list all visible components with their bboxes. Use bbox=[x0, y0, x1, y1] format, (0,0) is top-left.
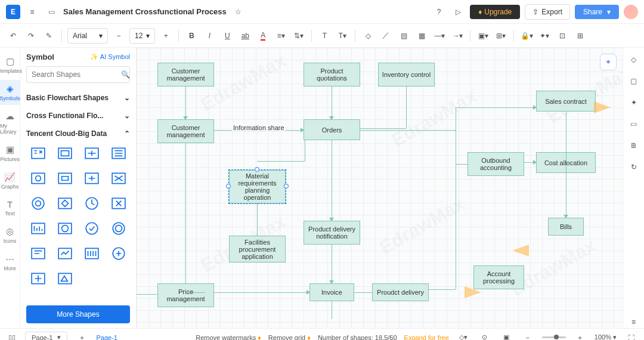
font-select[interactable]: Arial▾ bbox=[67, 28, 108, 44]
node-price-mgmt[interactable]: Price management bbox=[157, 283, 214, 307]
underline-icon[interactable]: U bbox=[220, 29, 234, 43]
zoom-slider[interactable] bbox=[542, 336, 566, 338]
help-icon[interactable]: ? bbox=[432, 5, 446, 19]
shape-item[interactable] bbox=[27, 143, 49, 164]
clip-icon[interactable]: ⊡ bbox=[555, 29, 569, 43]
page-tab[interactable]: Page-1 bbox=[96, 334, 117, 341]
sel-handle[interactable] bbox=[255, 167, 259, 172]
zoom-value[interactable]: 100% ▾ bbox=[595, 333, 617, 340]
node-sales-contract[interactable]: Sales contract bbox=[536, 91, 596, 112]
shape-item[interactable] bbox=[81, 243, 103, 264]
zoom-in-icon[interactable]: + bbox=[573, 330, 587, 341]
shape-item[interactable] bbox=[27, 193, 49, 214]
shape-item[interactable] bbox=[27, 218, 49, 239]
node-product-delivery[interactable]: Proudct delivery bbox=[372, 283, 429, 301]
node-mrp[interactable]: Material requirements planning operation bbox=[229, 170, 286, 203]
shape-item[interactable] bbox=[54, 193, 76, 214]
theme-icon[interactable]: ◇ bbox=[628, 54, 640, 66]
shape-item[interactable] bbox=[54, 268, 76, 289]
pictures-tab[interactable]: ▣Pictures bbox=[0, 141, 20, 166]
size-dec[interactable]: − bbox=[112, 29, 126, 43]
text-tool-icon[interactable]: T bbox=[317, 29, 332, 43]
more-shapes-button[interactable]: More Shapes bbox=[26, 305, 130, 323]
node-customer-mgmt-2[interactable]: Customer management bbox=[157, 119, 214, 143]
export-button[interactable]: ⇪ Export bbox=[525, 4, 570, 20]
search-shapes[interactable]: 🔍 bbox=[26, 66, 130, 83]
shape-item[interactable] bbox=[108, 168, 129, 189]
fill-icon[interactable]: ◇ bbox=[361, 29, 375, 43]
size-inc[interactable]: + bbox=[159, 29, 173, 43]
view-mode-icon[interactable]: ◇▾ bbox=[456, 330, 470, 341]
focus-icon[interactable]: ⊙ bbox=[478, 330, 492, 341]
ruler-icon[interactable]: ▭ bbox=[628, 118, 640, 130]
avatar[interactable] bbox=[624, 5, 638, 19]
group-icon[interactable]: ⊞▾ bbox=[494, 29, 508, 43]
shape-item[interactable] bbox=[27, 268, 49, 289]
page-select[interactable]: Page-1▾ bbox=[25, 332, 67, 340]
align-center-icon[interactable]: ▦ bbox=[414, 29, 429, 43]
shape-item[interactable] bbox=[54, 168, 76, 189]
cat-basic[interactable]: Basic Flowchart Shapes⌄ bbox=[26, 89, 130, 107]
shape-item[interactable] bbox=[108, 243, 129, 264]
save-icon[interactable]: ▭ bbox=[44, 5, 58, 19]
remove-watermarks[interactable]: Remove watermarks ♦ bbox=[196, 334, 261, 341]
node-bills[interactable]: Bills bbox=[548, 218, 584, 236]
node-inventory[interactable]: Inventory control bbox=[378, 63, 435, 86]
text-opts-icon[interactable]: T▾ bbox=[335, 29, 349, 43]
node-invoice[interactable]: Invoice bbox=[309, 283, 354, 301]
add-page-button[interactable]: + bbox=[75, 330, 89, 341]
crop-icon[interactable]: ⊞ bbox=[573, 29, 587, 43]
fit-icon[interactable]: ▣ bbox=[499, 330, 513, 341]
search-input[interactable] bbox=[32, 70, 121, 79]
node-delivery-notif[interactable]: Product delivery notification bbox=[304, 221, 360, 245]
shape-item[interactable] bbox=[27, 168, 49, 189]
app-logo[interactable]: E bbox=[6, 5, 20, 19]
shape-item[interactable] bbox=[27, 243, 49, 264]
zoom-out-icon[interactable]: − bbox=[521, 330, 535, 341]
redo-icon[interactable]: ↷ bbox=[24, 29, 38, 43]
mylibrary-tab[interactable]: ☁My Library bbox=[0, 107, 20, 138]
templates-tab[interactable]: ▢Templates bbox=[0, 52, 20, 78]
menu-icon[interactable]: ≡ bbox=[25, 5, 39, 19]
shape-item[interactable] bbox=[54, 218, 76, 239]
bold-icon[interactable]: B bbox=[184, 29, 199, 43]
align-left-icon[interactable]: ▤ bbox=[397, 29, 411, 43]
shape-item[interactable] bbox=[81, 143, 103, 164]
sel-handle[interactable] bbox=[284, 184, 289, 188]
node-outbound[interactable]: Outbound accounting bbox=[467, 152, 524, 176]
align-icon[interactable]: ≡▾ bbox=[274, 29, 288, 43]
canvas[interactable]: EdrawMax EdrawMax EdrawMax EdrawMax Edra… bbox=[137, 48, 623, 328]
brush-icon[interactable]: ✎ bbox=[42, 29, 56, 43]
italic-icon[interactable]: I bbox=[202, 29, 216, 43]
node-account-proc[interactable]: Account processing bbox=[473, 265, 524, 289]
remove-grid[interactable]: Remove grid ♦ bbox=[268, 334, 311, 341]
layer-icon[interactable]: ▣▾ bbox=[476, 29, 490, 43]
pages-icon[interactable]: ▯▯ bbox=[6, 332, 18, 341]
sel-handle[interactable] bbox=[226, 184, 231, 188]
strike-icon[interactable]: ab bbox=[238, 29, 252, 43]
collapse-icon[interactable]: ≡ bbox=[628, 316, 640, 328]
icons-tab[interactable]: ◎Icons bbox=[0, 222, 20, 248]
shape-item[interactable] bbox=[108, 218, 129, 239]
star-icon[interactable]: ☆ bbox=[231, 5, 246, 19]
line-icon[interactable]: ／ bbox=[379, 29, 393, 43]
cat-tencent[interactable]: Tencent Cloud-Big Data⌃ bbox=[26, 125, 130, 143]
spacing-icon[interactable]: ⇅▾ bbox=[292, 29, 306, 43]
upgrade-button[interactable]: ♦ Upgrade bbox=[470, 5, 520, 19]
share-button[interactable]: Share ▾ bbox=[575, 5, 619, 19]
play-icon[interactable]: ▷ bbox=[451, 5, 465, 19]
node-product-quot[interactable]: Product quotations bbox=[304, 63, 360, 86]
history-icon[interactable]: ↻ bbox=[628, 161, 640, 173]
comments-icon[interactable]: 🗎 bbox=[628, 140, 640, 152]
expand-free[interactable]: Expand for free bbox=[404, 334, 449, 341]
magic-icon[interactable]: ✦▾ bbox=[537, 29, 552, 43]
graphs-tab[interactable]: 📈Graphs bbox=[0, 168, 20, 193]
node-orders[interactable]: Orders bbox=[304, 119, 360, 140]
arrow-style-icon[interactable]: →▾ bbox=[450, 29, 465, 43]
size-select[interactable]: 12▾ bbox=[129, 28, 155, 44]
node-facilities[interactable]: Facilities procurement application bbox=[229, 236, 286, 262]
layers-icon[interactable]: ✦ bbox=[628, 97, 640, 109]
shape-item[interactable] bbox=[81, 168, 103, 189]
text-tab[interactable]: TText bbox=[0, 196, 20, 220]
cat-cross[interactable]: Cross Functional Flo...⌄ bbox=[26, 107, 130, 125]
